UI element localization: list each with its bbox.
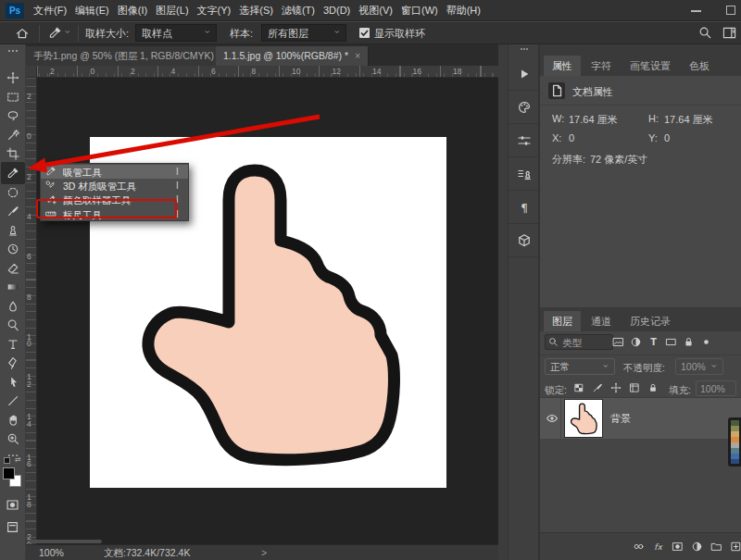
home-icon[interactable]	[15, 26, 30, 41]
properties-tab-strip: 属性字符画笔设置色板	[540, 44, 741, 76]
layer-thumbnail[interactable]	[565, 400, 602, 437]
layer-name[interactable]: 背景	[610, 412, 631, 426]
layer-row-background[interactable]: 背景	[540, 398, 741, 439]
y-label: Y:	[648, 132, 658, 143]
opacity-select[interactable]: 100%	[675, 358, 723, 375]
menu-item-8[interactable]: 视图(V)	[358, 5, 393, 16]
toolbar-handle-icon[interactable]	[8, 50, 18, 52]
dodge-tool[interactable]	[6, 318, 19, 331]
popup-item-0[interactable]: 吸管工具I	[41, 165, 188, 179]
opacity-label: 不透明度:	[623, 362, 665, 375]
new-layer-icon[interactable]	[730, 541, 741, 553]
properties-tab-1[interactable]: 字符	[583, 56, 620, 76]
layers-tab-0[interactable]: 图层	[544, 311, 581, 331]
menu-item-4[interactable]: 文字(Y)	[197, 5, 232, 16]
options-bar: 取样大小: 取样点 样本: 所有图层 显示取样环	[0, 22, 741, 44]
hand-tool[interactable]	[6, 414, 19, 427]
zoom-tool[interactable]	[6, 432, 19, 445]
foreground-color-swatch[interactable]	[3, 467, 15, 479]
type-tool[interactable]	[6, 338, 19, 351]
move-tool[interactable]	[6, 71, 19, 84]
status-chevron[interactable]: >	[261, 547, 267, 558]
cube-3d-icon[interactable]	[509, 224, 539, 257]
blend-mode-select[interactable]: 正常	[545, 358, 615, 375]
menu-item-7[interactable]: 3D(D)	[323, 5, 350, 16]
chevron-down-icon	[205, 30, 213, 38]
tab-close-icon[interactable]: ×	[355, 50, 360, 61]
menu-item-10[interactable]: 帮助(H)	[446, 5, 481, 16]
checker-lock-icon[interactable]	[573, 382, 584, 393]
properties-tab-2[interactable]: 画笔设置	[622, 56, 679, 76]
magic-wand-tool[interactable]	[6, 129, 19, 142]
sample-size-select[interactable]: 取样点	[135, 24, 217, 42]
eyedropper-tool-icon[interactable]	[48, 26, 62, 40]
brush-settings-icon[interactable]	[509, 124, 539, 157]
sample-select[interactable]: 所有图层	[261, 24, 346, 42]
brush-tool[interactable]	[6, 205, 19, 218]
clone-source-icon[interactable]	[509, 157, 539, 191]
quick-mask-icon[interactable]	[6, 498, 19, 512]
default-colors-icon[interactable]	[4, 457, 10, 464]
search-icon[interactable]	[698, 26, 712, 40]
dot-filter-icon[interactable]	[700, 336, 712, 348]
gradient-tool[interactable]	[6, 280, 19, 293]
palette-icon[interactable]	[509, 91, 539, 124]
brush-small-lock-icon[interactable]	[592, 382, 603, 393]
swap-colors-icon[interactable]: ⇄	[15, 455, 22, 463]
history-brush-tool[interactable]	[6, 243, 19, 255]
adjust-icon[interactable]	[691, 541, 703, 553]
horizontal-scrollbar-thumb[interactable]	[30, 540, 102, 543]
line-tool[interactable]	[6, 394, 19, 407]
layer-filter-select[interactable]: 类型	[545, 334, 613, 350]
folder-icon[interactable]	[710, 541, 722, 553]
workspace-icon[interactable]	[722, 26, 736, 40]
pen-tool[interactable]	[6, 356, 19, 369]
blur-tool[interactable]	[6, 300, 19, 313]
properties-tab-0[interactable]: 属性	[544, 56, 581, 76]
healing-tool[interactable]	[6, 186, 19, 199]
clone-stamp-tool[interactable]	[6, 224, 19, 237]
screen-mode-icon[interactable]	[6, 520, 19, 534]
document-tab-1[interactable]: 1.1.5.jpg @ 100%(RGB/8#) *×	[216, 46, 369, 66]
document-tab-0[interactable]: 手势1.png @ 50% (图层 1, RGB/8/CMYK) *×	[26, 46, 241, 66]
menu-item-1[interactable]: 编辑(E)	[75, 5, 109, 16]
path-select-tool[interactable]	[6, 376, 19, 389]
visibility-eye-icon[interactable]	[546, 412, 559, 425]
marquee-tool[interactable]	[6, 91, 19, 104]
chevron-down-icon[interactable]	[65, 30, 73, 38]
move-small-lock-icon[interactable]	[610, 382, 622, 393]
menu-item-6[interactable]: 滤镜(T)	[282, 5, 315, 16]
adjust-filter-icon[interactable]	[630, 336, 642, 348]
show-ring-checkbox[interactable]	[359, 28, 370, 38]
image-filter-icon[interactable]	[612, 336, 624, 348]
play-icon[interactable]	[509, 57, 539, 91]
maximize-button[interactable]	[726, 6, 735, 15]
link-icon[interactable]	[633, 541, 645, 553]
chevron-down-icon	[334, 30, 343, 38]
lock-filter-icon[interactable]	[683, 336, 695, 348]
frame-small-lock-icon[interactable]	[629, 382, 640, 393]
crop-tool[interactable]	[6, 147, 19, 160]
popup-item-1[interactable]: 3D 材质吸管工具I	[41, 179, 188, 193]
mask-icon[interactable]	[672, 541, 684, 553]
fill-select[interactable]: 100%	[696, 380, 736, 396]
lock-lock-icon[interactable]	[647, 382, 659, 393]
menu-item-3[interactable]: 图层(L)	[156, 5, 188, 16]
paragraph-icon[interactable]: ¶	[509, 191, 539, 224]
ruler-label: 18	[453, 67, 461, 76]
layers-tab-1[interactable]: 通道	[583, 311, 620, 331]
eraser-tool[interactable]	[6, 262, 19, 275]
minimize-button[interactable]	[691, 10, 701, 12]
zoom-level-field[interactable]: 100%	[39, 547, 64, 558]
fx-icon[interactable]: fx	[652, 541, 664, 553]
menu-item-0[interactable]: 文件(F)	[33, 5, 67, 16]
menu-item-9[interactable]: 窗口(W)	[401, 5, 438, 16]
type-small-filter-icon[interactable]: T	[647, 336, 659, 348]
menu-item-5[interactable]: 选择(S)	[239, 5, 273, 16]
menu-item-2[interactable]: 图像(I)	[118, 5, 147, 16]
properties-tab-3[interactable]: 色板	[681, 56, 718, 76]
shape-filter-icon[interactable]	[665, 336, 677, 348]
lasso-tool[interactable]	[6, 109, 19, 122]
layers-tab-2[interactable]: 历史记录	[622, 311, 679, 331]
eyedropper-tool[interactable]	[6, 167, 19, 180]
